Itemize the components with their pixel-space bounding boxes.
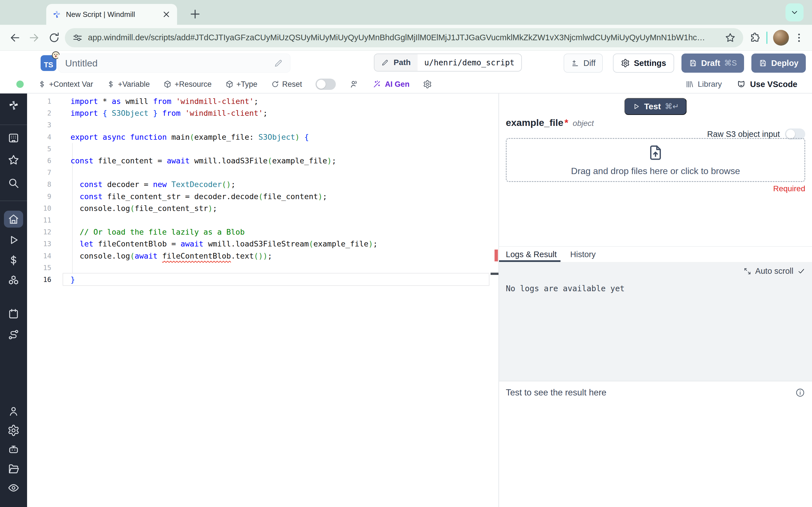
dollar-icon (107, 80, 115, 89)
library-label: Library (698, 80, 722, 89)
extensions-icon[interactable] (749, 32, 761, 44)
sidebar-item-star[interactable] (0, 154, 27, 166)
site-info-icon[interactable] (72, 33, 83, 43)
sidebar-item-dollar[interactable] (0, 254, 27, 267)
code-line-13[interactable]: 13 let fileContentBlob = await wmill.loa… (27, 238, 499, 250)
ai-gen-button[interactable]: AI Gen (372, 80, 409, 89)
code-line-14[interactable]: 14 console.log(await fileContentBlob.tex… (27, 250, 499, 262)
diff-label: Diff (583, 59, 596, 68)
language-badge-label: TS (44, 61, 53, 69)
multiplayer-toggle[interactable] (315, 78, 336, 90)
user-icon (7, 405, 20, 417)
sidebar-item-calendar[interactable] (0, 307, 27, 320)
line-number: 11 (27, 214, 51, 226)
expand-icon[interactable] (744, 267, 751, 275)
toolbar-button--context-var[interactable]: +Context Var (38, 80, 93, 89)
code-line-8[interactable]: 8 const decoder = new TextDecoder(); (27, 179, 499, 190)
eye-icon (7, 482, 20, 494)
new-tab-button[interactable] (188, 7, 202, 21)
save-icon (759, 59, 767, 67)
sidebar-item-route[interactable] (0, 328, 27, 341)
sidebar-item-gear[interactable] (0, 424, 27, 437)
code-line-10[interactable]: 10 console.log(file_content_str); (27, 203, 499, 214)
windmill-favicon (52, 10, 61, 19)
auto-scroll-control[interactable]: Auto scroll (744, 267, 805, 276)
draft-button[interactable]: Draft ⌘S (681, 54, 744, 73)
result-placeholder-text: Test to see the result here (506, 388, 606, 398)
pencil-icon (381, 59, 389, 66)
toolbar-button--variable[interactable]: +Variable (107, 80, 150, 89)
browser-menu-icon[interactable] (794, 32, 805, 43)
script-title-input[interactable]: Untitled (58, 54, 290, 73)
code-editor[interactable]: 1import * as wmill from 'windmill-client… (27, 94, 499, 507)
settings-button[interactable]: Settings (613, 54, 674, 73)
address-bar[interactable]: app.windmill.dev/scripts/add#JTdCJTIyaGF… (65, 28, 743, 47)
library-button[interactable]: Library (686, 80, 722, 89)
sidebar-item-play[interactable] (0, 234, 27, 246)
gear-icon (621, 59, 630, 68)
path-control[interactable]: Path u/henri/demo_script (374, 54, 522, 71)
toolbar-button-reset[interactable]: Reset (271, 80, 302, 89)
path-edit-button[interactable]: Path (374, 54, 417, 71)
code-line-7[interactable]: 7 (27, 167, 499, 179)
multiplayer-user-icon[interactable] (349, 79, 359, 89)
code-line-2[interactable]: 2import { S3Object } from 'windmill-clie… (27, 107, 499, 119)
code-line-5[interactable]: 5 (27, 143, 499, 155)
sidebar-item-user[interactable] (0, 405, 27, 417)
line-number: 7 (27, 167, 51, 179)
code-line-9[interactable]: 9 const file_content_str = decoder.decod… (27, 191, 499, 203)
code-line-3[interactable]: 3 (27, 119, 499, 131)
cursor-marker (491, 273, 499, 275)
use-vscode-button[interactable]: Use VScode (737, 79, 797, 89)
code-line-16[interactable]: 16} (27, 274, 499, 286)
code-line-6[interactable]: 6const file_content = await wmill.loadS3… (27, 155, 499, 167)
sidebar-item-home[interactable] (0, 213, 27, 225)
window-chevron-button[interactable] (785, 3, 804, 21)
tab-history[interactable]: History (570, 250, 596, 259)
settings-label: Settings (634, 59, 666, 68)
toolbar-button--resource[interactable]: +Resource (163, 80, 211, 89)
sidebar-item-cubes[interactable] (0, 274, 27, 287)
tab-close-icon[interactable] (161, 9, 171, 19)
sidebar-item-search[interactable] (0, 177, 27, 189)
info-icon[interactable] (795, 388, 805, 398)
deploy-button[interactable]: Deploy (751, 54, 806, 73)
test-button[interactable]: Test ⌘↵ (624, 98, 687, 115)
code-line-4[interactable]: 4export async function main(example_file… (27, 131, 499, 143)
code-line-12[interactable]: 12 // Or load the file lazily as a Blob (27, 226, 499, 238)
language-badge-typescript[interactable]: TS (41, 55, 56, 71)
browser-tab[interactable]: New Script | Windmill (46, 4, 177, 25)
file-upload-icon (647, 144, 664, 161)
tab-title: New Script | Windmill (66, 10, 161, 19)
code-line-1[interactable]: 1import * as wmill from 'windmill-client… (27, 96, 499, 107)
test-args-pane: Test ⌘↵ example_file * object Raw S3 obj… (499, 94, 812, 246)
test-label: Test (644, 102, 661, 111)
sidebar-item-eye[interactable] (0, 482, 27, 494)
file-dropzone[interactable]: Drag and drop files here or click to bro… (506, 138, 805, 182)
forward-button[interactable] (28, 32, 41, 44)
cubes-icon (7, 274, 20, 287)
back-button[interactable] (8, 32, 21, 44)
line-number: 8 (27, 179, 51, 190)
route-icon (7, 328, 20, 341)
profile-avatar[interactable] (773, 30, 789, 46)
sidebar-item-folder[interactable] (0, 462, 27, 475)
code-line-15[interactable]: 15 (27, 262, 499, 274)
sidebar-item-apps[interactable] (0, 132, 27, 144)
toolbar-button--type[interactable]: +Type (225, 80, 257, 89)
folder-icon (7, 462, 20, 475)
diff-button[interactable]: Diff (564, 54, 603, 73)
sidebar-item-robot[interactable] (0, 443, 27, 456)
tab-logs-result[interactable]: Logs & Result (506, 250, 557, 259)
code-line-11[interactable]: 11 (27, 214, 499, 226)
toolbar-divider (766, 32, 767, 44)
bookmark-star-icon[interactable] (725, 32, 736, 43)
path-value: u/henri/demo_script (417, 54, 521, 71)
overview-ruler[interactable] (491, 94, 499, 507)
save-icon (689, 59, 697, 67)
play-icon (7, 234, 20, 246)
reload-button[interactable] (48, 32, 60, 44)
editor-settings-icon[interactable] (423, 80, 432, 89)
test-shortcut: ⌘↵ (665, 102, 679, 111)
windmill-logo[interactable] (0, 99, 27, 112)
